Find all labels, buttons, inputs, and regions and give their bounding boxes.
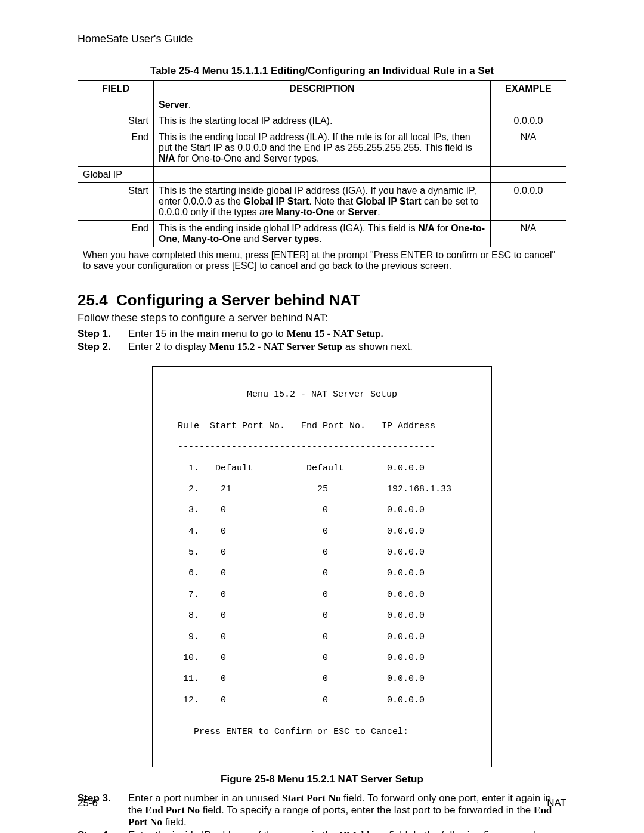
step-label: Step 2. <box>78 341 128 353</box>
screen-prompt: Press ENTER to Confirm or ESC to Cancel: <box>167 727 477 738</box>
cell-desc: This is the ending inside global IP addr… <box>154 221 491 247</box>
section-heading: 25.4 Configuring a Server behind NAT <box>78 291 566 309</box>
section-intro: Follow these steps to configure a server… <box>78 312 566 324</box>
cell-example: 0.0.0.0 <box>491 183 566 221</box>
step-body: Enter 2 to display Menu 15.2 - NAT Serve… <box>128 341 566 353</box>
table-row: Server. <box>78 97 566 113</box>
screen-row: 3. 0 0 0.0.0.0 <box>167 505 477 516</box>
cell-desc: This is the starting local IP address (I… <box>154 113 491 129</box>
table-row: Start This is the starting inside global… <box>78 183 566 221</box>
cell-field: Global IP <box>78 167 154 183</box>
screen-row: 11. 0 0 0.0.0.0 <box>167 674 477 685</box>
table-row: Start This is the starting local IP addr… <box>78 113 566 129</box>
cell-example: N/A <box>491 129 566 167</box>
step-4: Step 4. Enter the inside IP address of t… <box>78 829 566 833</box>
screen-row: 7. 0 0 0.0.0.0 <box>167 590 477 600</box>
step-2: Step 2. Enter 2 to display Menu 15.2 - N… <box>78 341 566 353</box>
step-body: Enter 15 in the main menu to go to Menu … <box>128 328 566 340</box>
steps-top: Step 1. Enter 15 in the main menu to go … <box>78 328 566 353</box>
header-rule <box>78 49 566 49</box>
screen-rule: ----------------------------------------… <box>167 442 477 453</box>
screen-row: 6. 0 0 0.0.0.0 <box>167 568 477 579</box>
screen-row: 12. 0 0 0.0.0.0 <box>167 695 477 706</box>
table-row: Global IP <box>78 167 566 183</box>
screen-row: 2. 21 25 192.168.1.33 <box>167 484 477 495</box>
th-desc: DESCRIPTION <box>154 81 491 97</box>
table-footer-text: When you have completed this menu, press… <box>78 247 566 274</box>
table-header-row: FIELD DESCRIPTION EXAMPLE <box>78 81 566 97</box>
table-footer-row: When you have completed this menu, press… <box>78 247 566 274</box>
cell-desc: This is the starting inside global IP ad… <box>154 183 491 221</box>
field-table: FIELD DESCRIPTION EXAMPLE Server. Start … <box>78 80 566 274</box>
page-number: 25-6 <box>78 797 98 809</box>
footer-right: NAT <box>547 797 566 809</box>
step-label: Step 4. <box>78 829 128 833</box>
table-caption: Table 25-4 Menu 15.1.1.1 Editing/Configu… <box>78 65 566 77</box>
screen-row: 1. Default Default 0.0.0.0 <box>167 463 477 474</box>
terminal-screen: Menu 15.2 - NAT Server Setup Rule Start … <box>152 366 492 767</box>
page-footer: 25-6 NAT <box>78 797 566 809</box>
th-example: EXAMPLE <box>491 81 566 97</box>
cell-field: End <box>78 221 154 247</box>
server-label: Server <box>159 100 188 110</box>
running-header: HomeSafe User's Guide <box>78 33 566 45</box>
table-row: End This is the ending local IP address … <box>78 129 566 167</box>
step-body: Enter the inside IP address of the serve… <box>128 829 566 833</box>
cell-field: Start <box>78 113 154 129</box>
step-label: Step 1. <box>78 328 128 340</box>
cell-example: 0.0.0.0 <box>491 113 566 129</box>
screen-row: 8. 0 0 0.0.0.0 <box>167 611 477 621</box>
screen-row: 5. 0 0 0.0.0.0 <box>167 547 477 558</box>
th-field: FIELD <box>78 81 154 97</box>
step-1: Step 1. Enter 15 in the main menu to go … <box>78 328 566 340</box>
table-row: End This is the ending inside global IP … <box>78 221 566 247</box>
screen-title: Menu 15.2 - NAT Server Setup <box>167 389 477 400</box>
screen-row: 4. 0 0 0.0.0.0 <box>167 527 477 537</box>
cell-example: N/A <box>491 221 566 247</box>
cell-field: Start <box>78 183 154 221</box>
page: HomeSafe User's Guide Table 25-4 Menu 15… <box>0 0 644 833</box>
cell-field: End <box>78 129 154 167</box>
screen-row: 9. 0 0 0.0.0.0 <box>167 632 477 643</box>
screen-row: 10. 0 0 0.0.0.0 <box>167 653 477 664</box>
figure-caption: Figure 25-8 Menu 15.2.1 NAT Server Setup <box>78 773 566 785</box>
cell-desc: This is the ending local IP address (ILA… <box>154 129 491 167</box>
footer-rule <box>78 786 566 786</box>
screen-header: Rule Start Port No. End Port No. IP Addr… <box>167 421 477 432</box>
